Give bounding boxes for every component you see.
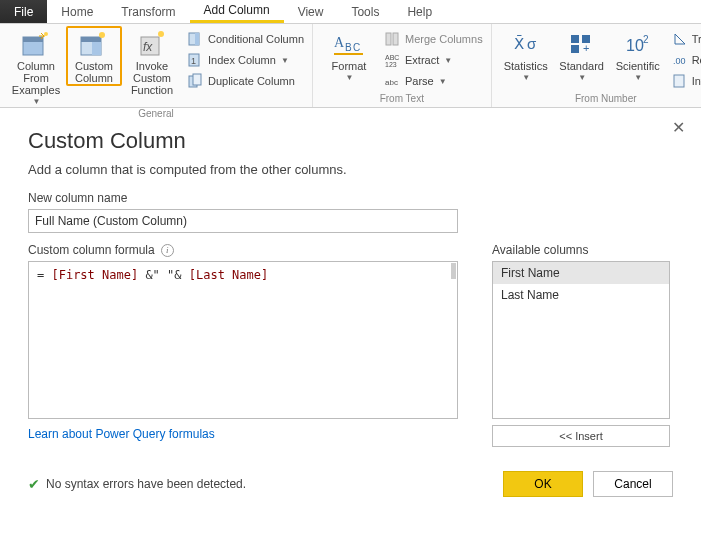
rounding-button[interactable]: .00 Rou bbox=[670, 51, 701, 69]
svg-text:123: 123 bbox=[385, 61, 397, 68]
group-from-text: ABC Format ▼ Merge Columns ABC123 Extrac… bbox=[313, 24, 492, 107]
extract-icon: ABC123 bbox=[385, 52, 401, 68]
chevron-down-icon: ▼ bbox=[33, 96, 41, 108]
trigonometry-button[interactable]: Trig bbox=[670, 30, 701, 48]
cancel-button[interactable]: Cancel bbox=[593, 471, 673, 497]
svg-rect-5 bbox=[92, 42, 101, 55]
svg-rect-1 bbox=[23, 37, 43, 42]
info-icon bbox=[672, 73, 688, 89]
chevron-down-icon: ▼ bbox=[444, 56, 452, 65]
tab-transform[interactable]: Transform bbox=[107, 0, 189, 23]
tab-tools[interactable]: Tools bbox=[337, 0, 393, 23]
info-icon[interactable]: i bbox=[161, 244, 174, 257]
formula-label: Custom column formula i bbox=[28, 243, 458, 257]
svg-text:B: B bbox=[345, 42, 352, 53]
svg-rect-21 bbox=[393, 33, 398, 45]
scientific-button[interactable]: 102 Scientific▼ bbox=[610, 26, 666, 84]
scientific-label: Scientific bbox=[616, 60, 660, 72]
list-item[interactable]: Last Name bbox=[493, 284, 669, 306]
svg-rect-20 bbox=[386, 33, 391, 45]
index-icon: 1 bbox=[188, 52, 204, 68]
duplicate-column-label: Duplicate Column bbox=[208, 75, 295, 87]
group-general: Column From Examples ▼ Custom Column fx … bbox=[0, 24, 313, 107]
dialog-title: Custom Column bbox=[28, 128, 673, 154]
conditional-icon bbox=[188, 31, 204, 47]
table-spark-icon bbox=[20, 30, 52, 58]
conditional-column-label: Conditional Column bbox=[208, 33, 304, 45]
svg-rect-27 bbox=[571, 35, 579, 43]
status-message: ✔ No syntax errors have been detected. bbox=[28, 476, 246, 492]
statistics-button[interactable]: X̄σ Statistics▼ bbox=[498, 26, 554, 84]
format-label: Format bbox=[332, 60, 367, 72]
group-from-number: X̄σ Statistics▼ + Standard▼ 102 Scientif… bbox=[492, 24, 701, 107]
parse-icon: abc bbox=[385, 73, 401, 89]
list-item[interactable]: First Name bbox=[493, 262, 669, 284]
svg-rect-4 bbox=[81, 37, 101, 42]
information-button[interactable]: Info bbox=[670, 72, 701, 90]
status-text: No syntax errors have been detected. bbox=[46, 477, 246, 491]
table-spark-icon bbox=[78, 30, 110, 58]
new-column-name-label: New column name bbox=[28, 191, 673, 205]
format-button[interactable]: ABC Format ▼ bbox=[319, 26, 379, 84]
trig-label: Trig bbox=[692, 33, 701, 45]
round-icon: .00 bbox=[672, 52, 688, 68]
round-label: Rou bbox=[692, 54, 701, 66]
invoke-custom-function-label: Invoke Custom Function bbox=[122, 60, 182, 96]
chevron-down-icon: ▼ bbox=[634, 72, 642, 84]
standard-label: Standard bbox=[559, 60, 604, 72]
svg-point-2 bbox=[44, 32, 48, 36]
tab-view[interactable]: View bbox=[284, 0, 338, 23]
tab-file[interactable]: File bbox=[0, 0, 47, 23]
extract-button[interactable]: ABC123 Extract ▼ bbox=[383, 51, 485, 69]
dialog-subtitle: Add a column that is computed from the o… bbox=[28, 162, 673, 177]
available-columns-list[interactable]: First Name Last Name bbox=[492, 261, 670, 419]
info-label: Info bbox=[692, 75, 701, 87]
svg-text:1: 1 bbox=[191, 56, 196, 66]
new-column-name-input[interactable] bbox=[28, 209, 458, 233]
svg-point-9 bbox=[158, 31, 164, 37]
index-column-button[interactable]: 1 Index Column ▼ bbox=[186, 51, 306, 69]
svg-text:σ: σ bbox=[527, 35, 537, 52]
svg-point-6 bbox=[99, 32, 105, 38]
svg-text:X̄: X̄ bbox=[514, 35, 524, 52]
tab-add-column[interactable]: Add Column bbox=[190, 0, 284, 23]
custom-column-button[interactable]: Custom Column bbox=[66, 26, 122, 86]
triangle-icon bbox=[672, 31, 688, 47]
column-from-examples-button[interactable]: Column From Examples ▼ bbox=[6, 26, 66, 108]
standard-button[interactable]: + Standard▼ bbox=[554, 26, 610, 84]
learn-link[interactable]: Learn about Power Query formulas bbox=[28, 427, 215, 441]
svg-text:ABC: ABC bbox=[385, 54, 399, 61]
ok-button[interactable]: OK bbox=[503, 471, 583, 497]
parse-button[interactable]: abc Parse ▼ bbox=[383, 72, 485, 90]
svg-text:2: 2 bbox=[643, 34, 649, 45]
check-icon: ✔ bbox=[28, 476, 40, 492]
ribbon: Column From Examples ▼ Custom Column fx … bbox=[0, 24, 701, 108]
svg-text:fx: fx bbox=[143, 40, 153, 54]
conditional-column-button[interactable]: Conditional Column bbox=[186, 30, 306, 48]
svg-text:10: 10 bbox=[626, 37, 644, 54]
duplicate-icon bbox=[188, 73, 204, 89]
standard-icon: + bbox=[566, 30, 598, 58]
group-from-text-label: From Text bbox=[319, 93, 485, 107]
custom-column-label: Custom Column bbox=[68, 60, 120, 84]
duplicate-column-button[interactable]: Duplicate Column bbox=[186, 72, 306, 90]
close-icon[interactable]: ✕ bbox=[672, 118, 685, 137]
statistics-label: Statistics bbox=[504, 60, 548, 72]
insert-button[interactable]: << Insert bbox=[492, 425, 670, 447]
svg-rect-34 bbox=[674, 75, 684, 87]
svg-text:abc: abc bbox=[385, 78, 398, 87]
chevron-down-icon: ▼ bbox=[346, 72, 354, 84]
group-from-number-label: From Number bbox=[498, 93, 701, 107]
chevron-down-icon: ▼ bbox=[522, 72, 530, 84]
custom-column-dialog: ✕ Custom Column Add a column that is com… bbox=[0, 108, 701, 515]
svg-text:+: + bbox=[583, 42, 589, 54]
tab-help[interactable]: Help bbox=[393, 0, 446, 23]
merge-icon bbox=[385, 31, 401, 47]
merge-columns-button[interactable]: Merge Columns bbox=[383, 30, 485, 48]
formula-input[interactable]: = [First Name] &" "& [Last Name] bbox=[28, 261, 458, 419]
svg-rect-15 bbox=[193, 74, 201, 85]
chevron-down-icon: ▼ bbox=[439, 77, 447, 86]
scrollbar-thumb[interactable] bbox=[451, 263, 456, 279]
tab-home[interactable]: Home bbox=[47, 0, 107, 23]
invoke-custom-function-button[interactable]: fx Invoke Custom Function bbox=[122, 26, 182, 96]
